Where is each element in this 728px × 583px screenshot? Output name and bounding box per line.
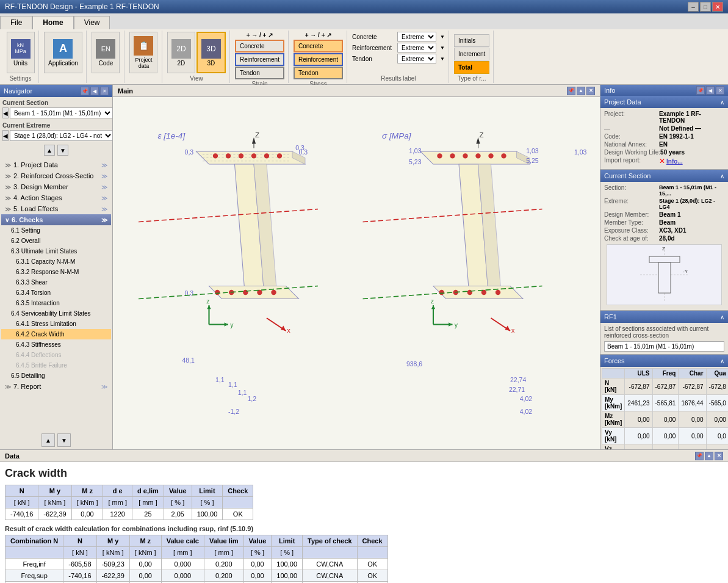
- nav-pin-button[interactable]: 📌: [81, 87, 89, 95]
- data-close-button[interactable]: ✕: [715, 452, 723, 460]
- data-arrow-button[interactable]: ▲: [705, 452, 713, 460]
- nav-item-cross-section[interactable]: ≫ 2. Reinforced Cross-Sectio ≫: [1, 170, 111, 181]
- project-data-button[interactable]: 📋 Projectdata: [129, 32, 157, 73]
- rf1-content: List of sections associated with current…: [600, 323, 728, 354]
- nav-item-stiffnesses[interactable]: 6.4.3 Stiffnesses: [1, 339, 111, 350]
- nav-item-crack-width[interactable]: 6.4.2 Crack Width: [1, 329, 111, 339]
- ribbon-content: kNMPa Units Settings A Application EN Co…: [0, 29, 728, 84]
- nav-item-capacity-nmm[interactable]: 6.3.1 Capacity N-M-M: [1, 256, 111, 267]
- info-section-current-section: Current Section ∧ Section: Beam 1 - 15,0…: [600, 170, 728, 311]
- stress-concrete-button[interactable]: Concrete: [294, 40, 343, 53]
- nav-item-load-effects[interactable]: ≫ 5. Load Effects ≫: [1, 203, 111, 214]
- stress-reinforcement-button[interactable]: Reinforcement: [294, 53, 343, 66]
- nav-item-deflections[interactable]: 6.4.4 Deflections: [1, 350, 111, 360]
- nav-item-interaction[interactable]: 6.3.5 Interaction: [1, 298, 111, 308]
- svg-text:1,03: 1,03: [526, 147, 539, 154]
- reinforcement-extreme-select[interactable]: Extreme: [397, 43, 436, 53]
- nav-up-button[interactable]: ▲: [44, 145, 55, 156]
- concrete-extreme-select[interactable]: Extreme: [397, 32, 436, 42]
- extreme-select[interactable]: Stage 1 (28,0d): LG2 - LG4 - not: [10, 130, 113, 141]
- current-section-info-header[interactable]: Current Section ∧: [600, 170, 728, 182]
- tendon-extreme-select[interactable]: Extreme: [397, 54, 436, 63]
- view-canvas[interactable]: ε [1e-4] Z: [113, 97, 600, 449]
- minimize-button[interactable]: –: [688, 2, 699, 12]
- nav-item-checks[interactable]: ∨ 6. Checks ≫: [1, 214, 111, 225]
- data-pin-button[interactable]: 📌: [695, 452, 704, 460]
- rf1-header[interactable]: RF1 ∧: [600, 311, 728, 323]
- section-select[interactable]: Beam 1 - 15,01m (M1 - 15,01m): [10, 107, 113, 118]
- crack-width-table1: N M y M z d e d e,lim Value Limit Check …: [5, 485, 253, 520]
- nav-item-project-data[interactable]: ≫ 1. Project Data ≫: [1, 159, 111, 170]
- svg-text:ε [1e-4]: ε [1e-4]: [158, 131, 186, 140]
- type-initials-button[interactable]: Initials: [454, 34, 489, 47]
- section-prev-button[interactable]: ◀: [2, 107, 9, 118]
- nav-item-report[interactable]: ≫ 7. Report ≫: [1, 381, 111, 392]
- nav-down-button[interactable]: ▼: [57, 145, 68, 156]
- svg-marker-32: [207, 305, 211, 309]
- strain-tendon-button[interactable]: Tendon: [235, 67, 284, 79]
- info-row-notdefined: — Not Defined —: [604, 125, 724, 132]
- nav-item-detailing[interactable]: 6.5 Detailing: [1, 371, 111, 381]
- svg-text:x: x: [511, 327, 515, 334]
- nav-arrow-button[interactable]: ◀: [90, 87, 99, 95]
- units-button[interactable]: kNMPa Units: [7, 32, 35, 73]
- nav-item-stress-limit[interactable]: 6.4.1 Stress Limitation: [1, 319, 111, 329]
- nav-bottom-up-button[interactable]: ▲: [41, 433, 55, 447]
- view-close-button[interactable]: ✕: [586, 87, 595, 95]
- project-data-header[interactable]: Project Data ∧: [600, 96, 728, 108]
- type-total-button[interactable]: Total: [454, 61, 489, 74]
- view-arrow-button[interactable]: ▲: [577, 87, 585, 95]
- tendon-extreme-arrow: ▼: [440, 56, 445, 62]
- view-2d-button[interactable]: 2D 2D: [167, 32, 195, 73]
- ribbon-group-type-r: Initials Increment Total Type of r...: [450, 31, 494, 83]
- data-panel-content: Crack width N M y M z d e d e,lim Value …: [0, 462, 728, 583]
- close-button[interactable]: ✕: [712, 2, 723, 12]
- info-link-button[interactable]: Info...: [666, 158, 683, 165]
- extreme-prev-button[interactable]: ◀: [2, 130, 9, 141]
- info-pin-button[interactable]: 📌: [696, 86, 705, 95]
- application-button[interactable]: A Application: [44, 32, 82, 73]
- stress-tendon-button[interactable]: Tendon: [294, 67, 343, 79]
- info-title: Info: [604, 87, 615, 94]
- svg-point-63: [496, 290, 500, 295]
- strain-reinforcement-button[interactable]: Reinforcement: [235, 53, 284, 66]
- nav-item-uls[interactable]: 6.3 Ultimate Limit States: [1, 246, 111, 256]
- rf1-collapse[interactable]: ∧: [720, 314, 724, 320]
- project-data-collapse[interactable]: ∧: [720, 99, 724, 106]
- svg-marker-74: [431, 305, 435, 309]
- chevron-icon: ≫: [5, 173, 11, 179]
- strain-concrete-button[interactable]: Concrete: [235, 40, 284, 53]
- svg-line-69: [363, 209, 542, 222]
- type-increment-button[interactable]: Increment: [454, 48, 489, 60]
- forces-collapse[interactable]: ∧: [720, 358, 724, 364]
- nav-item-action-stages[interactable]: ≫ 4. Action Stages ≫: [1, 192, 111, 203]
- nav-item-brittle-failure[interactable]: 6.4.5 Brittle Failure: [1, 360, 111, 371]
- crack-width-table2: Combination N N M y M z Value calc Value…: [5, 535, 388, 583]
- tab-view[interactable]: View: [74, 16, 110, 29]
- info-close-button[interactable]: ✕: [716, 86, 724, 95]
- current-section-collapse[interactable]: ∧: [720, 173, 724, 179]
- ribbon-group-project-data: 📋 Projectdata: [126, 31, 162, 83]
- nav-bottom-down-button[interactable]: ▼: [57, 433, 71, 447]
- rf1-title: RF1: [604, 313, 617, 320]
- code-button[interactable]: EN Code: [92, 32, 120, 73]
- nav-item-sls[interactable]: 6.4 Serviceability Limit States: [1, 308, 111, 319]
- tab-home[interactable]: Home: [32, 16, 73, 29]
- cross-section-svg: -Y Z: [634, 247, 695, 302]
- view-3d-button[interactable]: 3D 3D: [196, 32, 226, 73]
- tab-file[interactable]: File: [0, 16, 32, 29]
- view-pin-button[interactable]: 📌: [567, 87, 575, 95]
- nav-item-design-member[interactable]: ≫ 3. Design Member ≫: [1, 181, 111, 192]
- nav-item-overall[interactable]: 6.2 Overall: [1, 236, 111, 246]
- nav-item-torsion[interactable]: 6.3.4 Torsion: [1, 288, 111, 298]
- svg-line-27: [139, 209, 318, 222]
- nav-item-shear[interactable]: 6.3.3 Shear: [1, 277, 111, 288]
- ribbon-group-code: EN Code: [88, 31, 124, 83]
- forces-header[interactable]: Forces ∧: [600, 355, 728, 367]
- nav-item-response-nmm[interactable]: 6.3.2 Response N-M-M: [1, 267, 111, 277]
- nav-item-setting[interactable]: 6.1 Setting: [1, 225, 111, 236]
- nav-close-button[interactable]: ✕: [100, 87, 109, 95]
- chevron-icon: ≫: [5, 162, 11, 168]
- maximize-button[interactable]: □: [700, 2, 711, 12]
- info-arrow-button[interactable]: ◀: [706, 86, 715, 95]
